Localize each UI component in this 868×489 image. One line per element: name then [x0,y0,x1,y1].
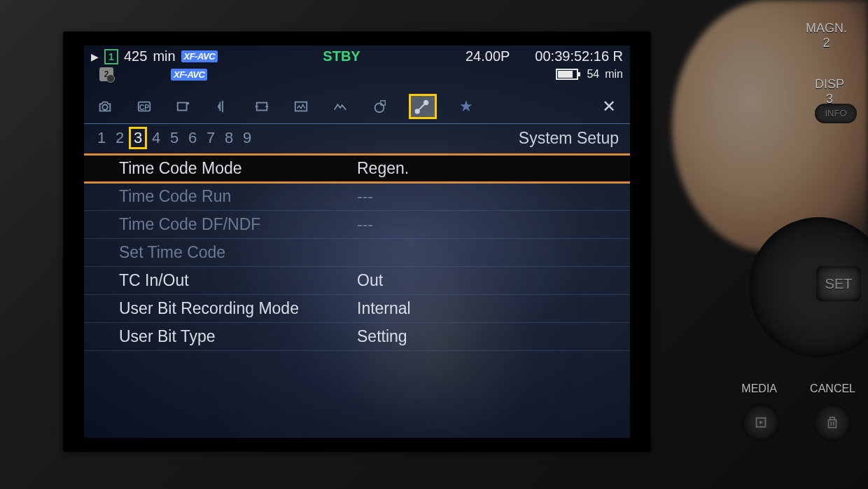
menu-item-label: Time Code Mode [119,159,357,178]
menu-item-label: Time Code Run [119,187,357,206]
status-bar-top: ▶ 1 425 min XF-AVC STBY 24.00P 00:39:52:… [84,46,630,67]
menu-item-label: User Bit Recording Mode [119,299,357,318]
recording-state: STBY [323,48,360,64]
menu-row-tc-in-out[interactable]: TC In/OutOut [84,267,630,295]
card-slot-2-icon: 2 [99,67,113,81]
tab-assignable-icon[interactable] [370,98,389,115]
tab-camera-icon[interactable] [95,98,115,115]
page-number-2[interactable]: 2 [111,129,129,147]
svg-text:CP: CP [139,104,149,111]
menu-row-user-bit-recording-mode[interactable]: User Bit Recording ModeInternal [84,295,630,323]
frame-rate: 24.00P [465,48,510,64]
timecode-readout: 00:39:52:16 R [535,48,623,64]
menu-category-title: System Setup [519,129,619,148]
menu-item-value [357,243,595,262]
status-bar-second: 2 XF-AVC 54 min [84,67,630,85]
hw-cancel-label: CANCEL [810,383,855,395]
menu-item-value: Out [357,271,595,290]
page-number-9[interactable]: 9 [238,129,256,147]
lcd-bezel: ▶ 1 425 min XF-AVC STBY 24.00P 00:39:52:… [63,32,651,452]
hw-cancel-button[interactable] [813,404,851,441]
svg-rect-4 [257,103,267,111]
menu-item-label: Set Time Code [119,243,357,262]
page-number-6[interactable]: 6 [183,129,202,147]
page-number-bar: 123456789System Setup [84,124,630,155]
page-number-5[interactable]: 5 [165,129,183,147]
menu-item-value: Setting [357,327,595,346]
page-number-7[interactable]: 7 [202,129,220,147]
lcd-screen: ▶ 1 425 min XF-AVC STBY 24.00P 00:39:52:… [84,46,630,438]
battery-icon [556,69,578,80]
menu-item-value: --- [357,187,595,206]
menu-list: Time Code ModeRegen.Time Code Run---Time… [84,155,630,351]
menu-item-value: --- [357,215,595,234]
menu-item-label: Time Code DF/NDF [119,215,357,234]
menu-item-value: Internal [357,299,595,318]
page-number-4[interactable]: 4 [147,129,165,147]
svg-point-3 [187,102,190,105]
codec-badge-1: XF-AVC [181,50,218,62]
menu-item-label: User Bit Type [119,327,357,346]
menu-row-time-code-df-ndf: Time Code DF/NDF--- [84,211,630,239]
menu-row-time-code-mode[interactable]: Time Code ModeRegen. [84,155,630,183]
hw-magn-label: MAGN. 2 [806,21,847,50]
remaining-rec-unit: min [153,48,175,64]
svg-point-8 [375,103,384,112]
tab-network-icon[interactable] [330,98,350,115]
battery-unit: min [605,68,623,81]
tab-audio-icon[interactable] [213,98,232,115]
tab-my-menu-icon[interactable]: ★ [456,98,476,115]
menu-row-time-code-run: Time Code Run--- [84,183,630,211]
menu-row-user-bit-type[interactable]: User Bit TypeSetting [84,323,630,351]
battery-time: 54 [587,68,599,81]
hw-disp-label: DISP 3 [815,77,844,106]
page-number-3[interactable]: 3 [129,127,147,149]
page-number-8[interactable]: 8 [220,129,238,147]
card-slot-1-icon: 1 [104,49,118,64]
menu-row-set-time-code: Set Time Code [84,239,630,267]
svg-marker-11 [760,420,763,425]
svg-rect-2 [178,103,187,111]
play-indicator-icon: ▶ [91,51,99,62]
tab-assistance-icon[interactable] [291,98,311,115]
hw-media-button[interactable] [742,404,780,441]
page-number-1[interactable]: 1 [92,129,111,147]
hw-media-label: MEDIA [741,383,777,395]
codec-badge-2: XF-AVC [171,69,207,81]
tab-recording-icon[interactable] [174,98,193,115]
svg-rect-7 [295,102,307,111]
tab-custom-picture-icon[interactable]: CP [134,98,154,115]
menu-category-bar: CP ★ ✕ [84,85,630,124]
tab-system-setup-icon[interactable] [409,94,437,119]
remaining-rec-time: 425 [124,48,147,64]
menu-item-label: TC In/Out [119,271,357,290]
hw-set-button[interactable]: SET [816,266,861,301]
tab-monitoring-icon[interactable] [252,98,272,115]
menu-item-value: Regen. [357,159,595,178]
camera-body: ▶ 1 425 min XF-AVC STBY 24.00P 00:39:52:… [0,0,868,489]
close-menu-icon[interactable]: ✕ [599,98,619,115]
hw-info-button[interactable]: INFO [815,104,857,123]
